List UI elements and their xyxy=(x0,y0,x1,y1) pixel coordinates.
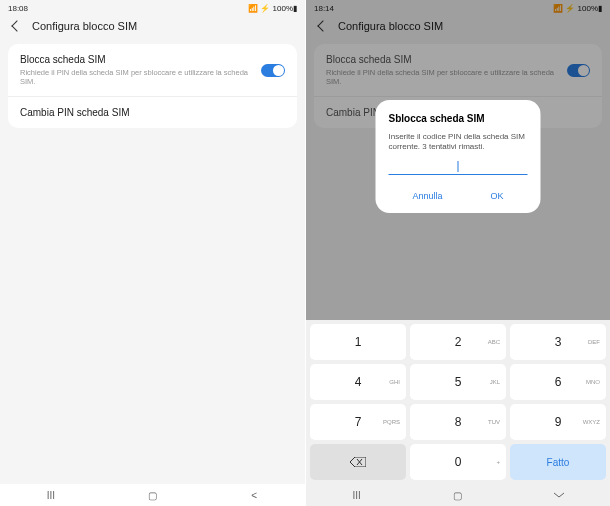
nav-hide-keyboard[interactable] xyxy=(509,484,609,506)
change-pin-row[interactable]: Cambia PIN scheda SIM xyxy=(8,96,297,128)
key-9[interactable]: 9WXYZ xyxy=(510,404,606,440)
nav-home[interactable]: ▢ xyxy=(102,484,203,506)
text-cursor xyxy=(458,161,459,172)
backspace-icon xyxy=(350,457,366,467)
nav-back[interactable]: < xyxy=(204,484,305,506)
pin-input[interactable] xyxy=(389,159,528,175)
key-5[interactable]: 5JKL xyxy=(410,364,506,400)
key-3[interactable]: 3DEF xyxy=(510,324,606,360)
status-bar: 18:08 📶 ⚡ 100%▮ xyxy=(0,0,305,16)
chevron-down-icon xyxy=(553,492,565,498)
key-7[interactable]: 7PQRS xyxy=(310,404,406,440)
right-screen: 18:14 📶 ⚡ 100%▮ Configura blocco SIM Blo… xyxy=(305,0,610,506)
key-done[interactable]: Fatto xyxy=(510,444,606,480)
lock-sim-row[interactable]: Blocca scheda SIM Richiede il PIN della … xyxy=(8,44,297,96)
numeric-keypad: 1 2ABC 3DEF 4GHI 5JKL 6MNO 7PQRS 8TUV 9W… xyxy=(306,320,610,484)
change-pin-title: Cambia PIN scheda SIM xyxy=(20,107,130,118)
titlebar: Configura blocco SIM xyxy=(0,16,305,40)
nav-bar: III ▢ < xyxy=(0,484,305,506)
nav-home[interactable]: ▢ xyxy=(408,484,508,506)
lock-sim-sub: Richiede il PIN della scheda SIM per sbl… xyxy=(20,68,261,86)
key-1[interactable]: 1 xyxy=(310,324,406,360)
nav-bar: III ▢ xyxy=(306,484,610,506)
status-time: 18:08 xyxy=(8,4,28,13)
lock-sim-title: Blocca scheda SIM xyxy=(20,54,261,65)
back-icon[interactable] xyxy=(10,20,22,32)
key-0[interactable]: 0+ xyxy=(410,444,506,480)
key-6[interactable]: 6MNO xyxy=(510,364,606,400)
key-backspace[interactable] xyxy=(310,444,406,480)
key-8[interactable]: 8TUV xyxy=(410,404,506,440)
cancel-button[interactable]: Annulla xyxy=(402,187,452,205)
unlock-sim-dialog: Sblocca scheda SIM Inserite il codice PI… xyxy=(376,100,541,213)
dialog-message: Inserite il codice PIN della scheda SIM … xyxy=(389,132,528,153)
status-right: 📶 ⚡ 100%▮ xyxy=(248,4,297,13)
ok-button[interactable]: OK xyxy=(480,187,513,205)
key-2[interactable]: 2ABC xyxy=(410,324,506,360)
dialog-title: Sblocca scheda SIM xyxy=(389,113,528,124)
key-4[interactable]: 4GHI xyxy=(310,364,406,400)
lock-sim-toggle[interactable] xyxy=(261,64,285,77)
left-screen: 18:08 📶 ⚡ 100%▮ Configura blocco SIM Blo… xyxy=(0,0,305,506)
nav-recent[interactable]: III xyxy=(1,484,102,506)
page-title: Configura blocco SIM xyxy=(32,20,137,32)
settings-card: Blocca scheda SIM Richiede il PIN della … xyxy=(8,44,297,128)
nav-recent[interactable]: III xyxy=(307,484,407,506)
